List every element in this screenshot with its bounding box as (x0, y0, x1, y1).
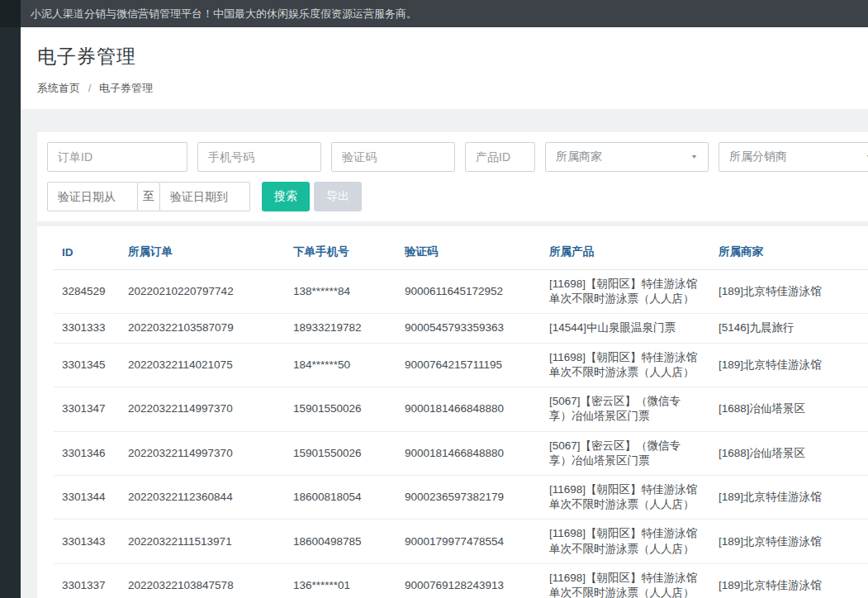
merchant-select[interactable]: 所属商家 ▼ (545, 142, 709, 172)
cell-id: 3301333 (54, 314, 120, 343)
table-header-row: ID 所属订单 下单手机号 验证码 所属产品 所属商家 (54, 235, 868, 270)
merchant-select-label: 所属商家 (556, 150, 602, 164)
cell-phone: 136******01 (285, 563, 396, 598)
collapsed-sidebar[interactable] (0, 0, 21, 598)
cell-order: 20220322114021075 (120, 343, 285, 387)
cell-code: 9000769128243913 (396, 563, 541, 598)
cell-code: 9000179977478554 (396, 520, 541, 563)
cell-product: [11698]【朝阳区】特佳游泳馆单次不限时游泳票（人人店） (541, 563, 710, 598)
voucher-table-panel: ID 所属订单 下单手机号 验证码 所属产品 所属商家 328452920220… (37, 226, 868, 598)
verify-date-to-input[interactable] (159, 182, 250, 211)
cell-product: [11698]【朝阳区】特佳游泳馆单次不限时游泳票（人人店） (541, 475, 710, 519)
table-row: 330133720220322103847578136******0190007… (54, 563, 868, 598)
search-button[interactable]: 搜索 (262, 182, 310, 211)
col-header-merchant: 所属商家 (710, 235, 868, 270)
filter-row-2: 至 搜索 导出 (47, 182, 858, 211)
table-row: 3301347202203221149973701590155002690001… (54, 387, 868, 431)
cell-merchant: [189]北京特佳游泳馆 (710, 563, 868, 598)
cell-code: 9000236597382179 (396, 475, 541, 519)
date-range-group: 至 (47, 182, 250, 211)
cell-code: 9000764215711195 (396, 343, 541, 387)
table-row: 330134520220322114021075184******5090007… (54, 343, 868, 387)
cell-product: [11698]【朝阳区】特佳游泳馆单次不限时游泳票（人人店） (541, 343, 710, 387)
cell-phone: 15901550026 (285, 387, 396, 431)
export-button[interactable]: 导出 (314, 182, 362, 211)
table-row: 3301344202203221123608441860081805490002… (54, 475, 868, 519)
product-id-input[interactable] (465, 142, 535, 172)
breadcrumb-home-link[interactable]: 系统首页 (37, 82, 80, 94)
cell-id: 3301347 (54, 387, 120, 431)
cell-product: [14544]中山泉眼温泉门票 (541, 314, 710, 343)
cell-phone: 18600498785 (285, 520, 396, 563)
sidebar-header-strip (0, 0, 21, 27)
cell-order: 20220322114997370 (120, 387, 285, 431)
cell-phone: 138******84 (285, 270, 396, 314)
distributor-select[interactable]: 所属分销商 ▼ (719, 142, 868, 172)
phone-input[interactable] (197, 142, 321, 172)
col-header-phone: 下单手机号 (285, 235, 396, 270)
cell-phone: 18933219782 (285, 314, 396, 343)
cell-phone: 184******50 (285, 343, 396, 387)
cell-id: 3301345 (54, 343, 120, 387)
filter-row-1: 所属商家 ▼ 所属分销商 ▼ (47, 142, 858, 172)
cell-code: 9000545793359363 (396, 314, 541, 343)
topbar: 小泥人渠道分销与微信营销管理平台！中国最大的休闲娱乐度假资源运营服务商。 (21, 0, 868, 27)
cell-phone: 15901550026 (285, 431, 396, 475)
table-row: 3301346202203221149973701590155002690001… (54, 431, 868, 475)
col-header-product: 所属产品 (541, 235, 710, 270)
verify-date-from-input[interactable] (47, 182, 138, 211)
cell-product: [5067]【密云区】（微信专享）冶仙塔景区门票 (541, 431, 710, 475)
order-id-input[interactable] (47, 142, 187, 172)
col-header-id: ID (54, 235, 120, 270)
cell-order: 20220210220797742 (120, 270, 285, 314)
app-window: 小泥人渠道分销与微信营销管理平台！中国最大的休闲娱乐度假资源运营服务商。 电子券… (0, 0, 868, 598)
voucher-table: ID 所属订单 下单手机号 验证码 所属产品 所属商家 328452920220… (54, 235, 868, 598)
cell-code: 9000181466848880 (396, 431, 541, 475)
breadcrumb: 系统首页 / 电子券管理 (37, 81, 851, 96)
cell-merchant: [189]北京特佳游泳馆 (710, 343, 868, 387)
topbar-slogan: 小泥人渠道分销与微信营销管理平台！中国最大的休闲娱乐度假资源运营服务商。 (31, 7, 417, 21)
distributor-select-label: 所属分销商 (729, 150, 787, 164)
chevron-down-icon: ▼ (690, 154, 698, 160)
table-body: 328452920220210220797742138******8490006… (54, 270, 868, 598)
cell-order: 20220322103847578 (120, 563, 285, 598)
cell-id: 3301343 (54, 520, 120, 563)
cell-order: 20220322111513971 (120, 520, 285, 563)
cell-phone: 18600818054 (285, 475, 396, 519)
main-area: 小泥人渠道分销与微信营销管理平台！中国最大的休闲娱乐度假资源运营服务商。 电子券… (21, 0, 868, 598)
table-row: 328452920220210220797742138******8490006… (54, 270, 868, 314)
table-row: 3301333202203221035870791893321978290005… (54, 314, 868, 343)
cell-merchant: [189]北京特佳游泳馆 (710, 475, 868, 519)
cell-order: 20220322103587079 (120, 314, 285, 343)
cell-order: 20220322112360844 (120, 475, 285, 519)
cell-merchant: [5146]九晨旅行 (710, 314, 868, 343)
table-row: 3301343202203221115139711860049878590001… (54, 520, 868, 563)
content-header: 电子券管理 系统首页 / 电子券管理 (21, 27, 868, 109)
cell-id: 3301346 (54, 431, 120, 475)
breadcrumb-separator: / (88, 82, 92, 94)
cell-merchant: [189]北京特佳游泳馆 (710, 520, 868, 563)
breadcrumb-current: 电子券管理 (99, 82, 153, 94)
cell-order: 20220322114997370 (120, 431, 285, 475)
verify-code-input[interactable] (331, 142, 455, 172)
filter-panel: 所属商家 ▼ 所属分销商 ▼ 至 搜索 导出 (37, 132, 868, 221)
content: 所属商家 ▼ 所属分销商 ▼ 至 搜索 导出 (21, 109, 868, 598)
page-title: 电子券管理 (37, 44, 851, 69)
cell-code: 9000181466848880 (396, 387, 541, 431)
cell-id: 3284529 (54, 270, 120, 314)
cell-merchant: [1688]冶仙塔景区 (710, 431, 868, 475)
date-range-to-label: 至 (137, 182, 160, 211)
cell-id: 3301337 (54, 563, 120, 598)
cell-id: 3301344 (54, 475, 120, 519)
cell-code: 9000611645172952 (396, 270, 541, 314)
col-header-order: 所属订单 (120, 235, 285, 270)
cell-merchant: [1688]冶仙塔景区 (710, 387, 868, 431)
cell-merchant: [189]北京特佳游泳馆 (710, 270, 868, 314)
cell-product: [11698]【朝阳区】特佳游泳馆单次不限时游泳票（人人店） (541, 520, 710, 563)
cell-product: [5067]【密云区】（微信专享）冶仙塔景区门票 (541, 387, 710, 431)
cell-product: [11698]【朝阳区】特佳游泳馆单次不限时游泳票（人人店） (541, 270, 710, 314)
col-header-code: 验证码 (396, 235, 541, 270)
